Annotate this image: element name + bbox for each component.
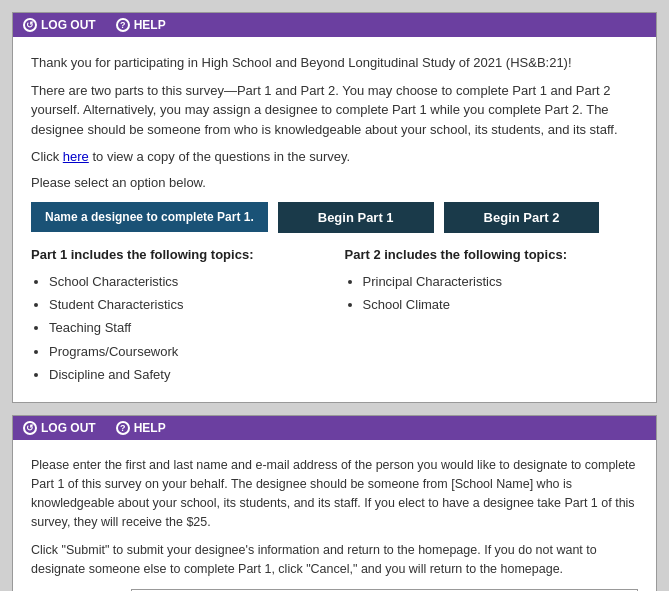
topbar-2: ↺ LOG OUT ? HELP xyxy=(13,416,656,440)
link-text-line: Click here to view a copy of the questio… xyxy=(31,147,638,167)
intro-text-1: Thank you for participating in High Scho… xyxy=(31,53,638,73)
form-intro-2: Click "Submit" to submit your designee's… xyxy=(31,541,638,579)
list-item: Principal Characteristics xyxy=(363,270,639,293)
name-designee-button[interactable]: Name a designee to complete Part 1. xyxy=(31,202,268,232)
part1-topics-col: Part 1 includes the following topics: Sc… xyxy=(31,247,325,387)
list-item: Student Characteristics xyxy=(49,293,325,316)
help-icon: ? xyxy=(116,18,130,32)
logout-button[interactable]: ↺ LOG OUT xyxy=(23,18,96,32)
panel-1: ↺ LOG OUT ? HELP Thank you for participa… xyxy=(12,12,657,403)
logout-icon: ↺ xyxy=(23,18,37,32)
part1-topics-list: School Characteristics Student Character… xyxy=(31,270,325,387)
logout-icon-2: ↺ xyxy=(23,421,37,435)
list-item: Discipline and Safety xyxy=(49,363,325,386)
select-option-text: Please select an option below. xyxy=(31,175,638,190)
part2-topics-col: Part 2 includes the following topics: Pr… xyxy=(345,247,639,387)
list-item: Programs/Coursework xyxy=(49,340,325,363)
help-button-2[interactable]: ? HELP xyxy=(116,421,166,435)
topbar-1: ↺ LOG OUT ? HELP xyxy=(13,13,656,37)
intro-text-2: There are two parts to this survey—Part … xyxy=(31,81,638,140)
help-button[interactable]: ? HELP xyxy=(116,18,166,32)
part2-topics-title: Part 2 includes the following topics: xyxy=(345,247,639,262)
panel-2: ↺ LOG OUT ? HELP Please enter the first … xyxy=(12,415,657,591)
panel-1-content: Thank you for participating in High Scho… xyxy=(13,37,656,402)
logout-button-2[interactable]: ↺ LOG OUT xyxy=(23,421,96,435)
part1-topics-title: Part 1 includes the following topics: xyxy=(31,247,325,262)
list-item: School Climate xyxy=(363,293,639,316)
form-intro-1: Please enter the first and last name and… xyxy=(31,456,638,531)
begin-part1-button[interactable]: Begin Part 1 xyxy=(278,202,434,233)
panel-2-content: Please enter the first and last name and… xyxy=(13,440,656,591)
buttons-row: Name a designee to complete Part 1. Begi… xyxy=(31,202,638,233)
list-item: Teaching Staff xyxy=(49,316,325,339)
list-item: School Characteristics xyxy=(49,270,325,293)
begin-part2-button[interactable]: Begin Part 2 xyxy=(444,202,600,233)
topics-row: Part 1 includes the following topics: Sc… xyxy=(31,247,638,387)
part2-topics-list: Principal Characteristics School Climate xyxy=(345,270,639,317)
help-icon-2: ? xyxy=(116,421,130,435)
survey-link[interactable]: here xyxy=(63,149,89,164)
